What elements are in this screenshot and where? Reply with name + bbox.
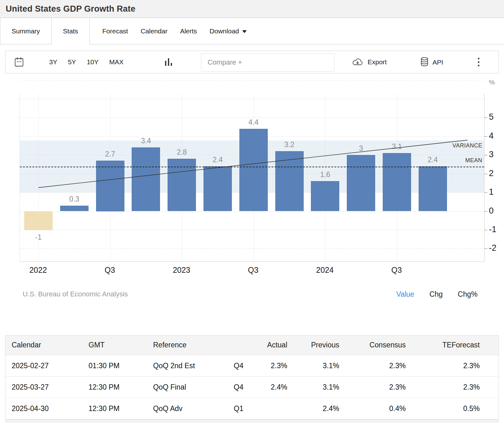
y-tick-mark [484, 230, 487, 230]
y-tick-label: -1 [489, 225, 504, 234]
col-actual: Actual [265, 335, 290, 355]
next-section-edge [5, 419, 499, 423]
col-gmt: GMT [82, 335, 147, 355]
more-options-icon[interactable] [478, 58, 479, 66]
chart-card: % -10.32.73.42.82.44.43.21.633.12.4VARIA… [0, 73, 504, 311]
col-reference: Reference [147, 335, 227, 355]
calendar-table: Calendar GMT Reference Actual Previous C… [5, 335, 499, 419]
cloud-download-icon [351, 57, 364, 67]
calendar-table-body: 2025-02-2701:30 PMQoQ 2nd EstQ42.3%3.1%2… [5, 355, 499, 419]
h-gridline [20, 80, 484, 80]
table-cell: 2.3% [342, 355, 409, 376]
table-cell: 2.3% [409, 355, 483, 376]
table-cell: 2.3% [265, 355, 290, 376]
tab-bar: Summary Stats Forecast Calendar Alerts D… [0, 18, 504, 44]
table-cell: Q4 [227, 376, 265, 398]
table-cell: 3.1% [290, 376, 342, 398]
table-cell [265, 398, 290, 419]
range-3y[interactable]: 3Y [49, 58, 57, 66]
col-previous: Previous [290, 335, 342, 355]
tab-forecast[interactable]: Forecast [102, 18, 128, 44]
table-cell: Q4 [227, 355, 265, 376]
table-cell: QoQ Adv [147, 398, 227, 419]
title-bar: United States GDP Growth Rate [0, 0, 504, 18]
toggle-chg[interactable]: Chg [429, 290, 443, 299]
table-header-row: Calendar GMT Reference Actual Previous C… [5, 335, 499, 355]
col-quarter [227, 335, 265, 355]
y-tick-mark [484, 192, 487, 193]
table-cell: QoQ Final [147, 376, 227, 398]
export-button[interactable]: Export [351, 57, 387, 67]
table-cell: 2025-04-30 [5, 398, 82, 419]
x-tick-label: 2023 [159, 266, 203, 275]
tab-alerts[interactable]: Alerts [180, 18, 197, 44]
table-cell: 2025-03-27 [5, 376, 82, 398]
table-cell: 2.4% [265, 376, 290, 398]
page-title: United States GDP Growth Rate [6, 4, 135, 14]
y-tick-label: 4 [489, 131, 504, 141]
x-tick-label: Q3 [88, 266, 132, 275]
series-mode-toggles: Value Chg Chg% [396, 290, 478, 299]
x-tick-label: 2024 [303, 266, 347, 275]
y-tick-label: 3 [489, 150, 504, 159]
table-cell: 01:30 PM [82, 355, 147, 376]
y-tick-label: 0 [489, 206, 504, 216]
range-10y[interactable]: 10Y [87, 58, 98, 66]
x-tick-label: Q3 [231, 266, 275, 275]
y-tick-mark [484, 211, 487, 212]
x-tick-label: 2022 [16, 266, 60, 275]
range-5y[interactable]: 5Y [68, 58, 76, 66]
toggle-value[interactable]: Value [396, 290, 414, 299]
chart-type-icon[interactable] [165, 57, 172, 67]
compare-input[interactable] [201, 53, 335, 71]
source-attribution: U.S. Bureau of Economic Analysis [23, 290, 128, 298]
trend-line [20, 93, 485, 262]
chart-toolbar: 3Y 5Y 10Y MAX Export [5, 51, 499, 73]
table-row[interactable]: 2025-03-2712:30 PMQoQ FinalQ42.4%3.1%2.3… [5, 376, 499, 398]
tab-download[interactable]: Download [209, 18, 246, 44]
table-row[interactable]: 2025-02-2701:30 PMQoQ 2nd EstQ42.3%3.1%2… [5, 355, 499, 376]
api-button[interactable]: API [420, 57, 443, 67]
toggle-chgpct[interactable]: Chg% [458, 290, 478, 299]
y-axis-unit: % [489, 78, 495, 86]
x-tick-label: Q3 [375, 266, 419, 275]
export-label: Export [368, 58, 387, 66]
tab-calendar[interactable]: Calendar [140, 18, 167, 44]
chevron-down-icon [242, 30, 247, 33]
y-tick-label: 1 [489, 187, 504, 197]
y-tick-mark [484, 136, 487, 137]
api-label: API [432, 58, 443, 66]
table-cell: 2.3% [409, 376, 483, 398]
y-tick-label: -2 [489, 243, 504, 253]
y-tick-label: 2 [489, 169, 504, 178]
gdp-growth-bar-chart: -10.32.73.42.82.44.43.21.633.12.4VARIANC… [20, 93, 484, 262]
y-tick-mark [484, 117, 487, 118]
col-calendar: Calendar [5, 335, 82, 355]
range-max[interactable]: MAX [109, 58, 124, 66]
col-consensus: Consensus [342, 335, 409, 355]
database-icon [420, 57, 429, 67]
range-selector: 3Y 5Y 10Y MAX [49, 58, 123, 66]
table-cell: 12:30 PM [82, 398, 147, 419]
tab-stats[interactable]: Stats [52, 18, 90, 44]
col-teforecast: TEForecast [409, 335, 483, 355]
table-cell: 0.5% [409, 398, 483, 419]
table-cell: Q1 [227, 398, 265, 419]
table-cell: QoQ 2nd Est [147, 355, 227, 376]
calendar-icon[interactable] [14, 57, 24, 67]
y-tick-mark [484, 155, 487, 155]
table-cell: 2025-02-27 [5, 355, 82, 376]
table-cell: 3.1% [290, 355, 342, 376]
table-cell: 2.4% [290, 398, 342, 419]
table-row[interactable]: 2025-04-3012:30 PMQoQ AdvQ12.4%0.4%0.5% [5, 398, 499, 419]
table-cell: 0.4% [342, 398, 409, 419]
y-tick-mark [484, 249, 487, 249]
tab-summary[interactable]: Summary [0, 18, 52, 44]
table-cell: 2.3% [342, 376, 409, 398]
y-tick-label: 5 [489, 112, 504, 122]
table-cell: 12:30 PM [82, 376, 147, 398]
y-tick-mark [484, 174, 487, 174]
